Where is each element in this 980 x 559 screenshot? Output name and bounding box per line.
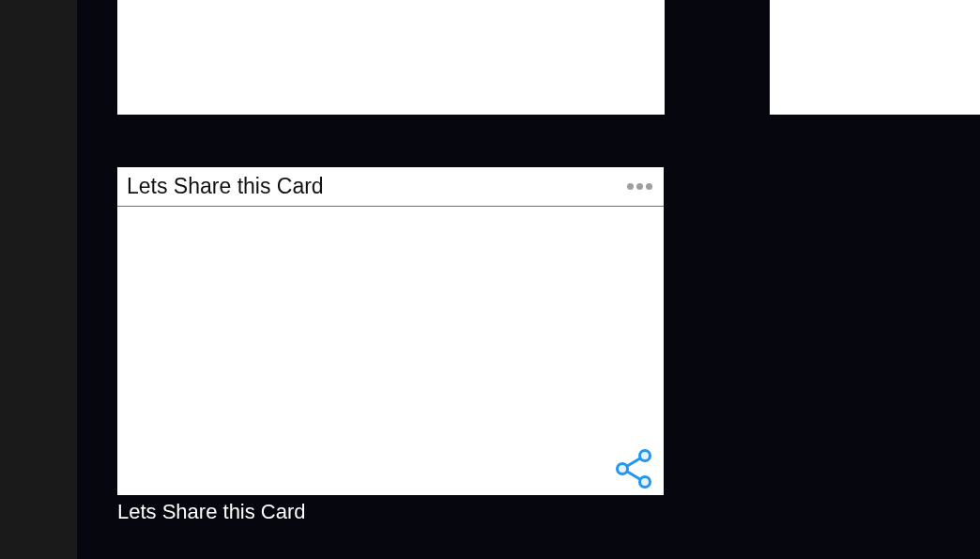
card-header: Lets Share this Card — [117, 167, 664, 207]
share-card: Lets Share this Card — [117, 167, 664, 495]
svg-line-3 — [627, 458, 641, 467]
content-area: Lets Share this Card Lets Share this Car… — [77, 0, 980, 559]
share-icon — [613, 448, 654, 489]
more-horizontal-icon — [636, 183, 643, 190]
sidebar — [0, 0, 77, 559]
card-title: Lets Share this Card — [127, 174, 324, 199]
svg-line-4 — [627, 472, 641, 480]
more-horizontal-icon — [646, 183, 652, 190]
card-body — [117, 207, 664, 495]
card-right-partial — [770, 0, 980, 115]
more-options-button[interactable] — [627, 183, 652, 190]
more-horizontal-icon — [627, 183, 634, 190]
card-above-partial — [117, 0, 665, 115]
share-button[interactable] — [613, 448, 654, 489]
card-caption: Lets Share this Card — [117, 500, 306, 524]
